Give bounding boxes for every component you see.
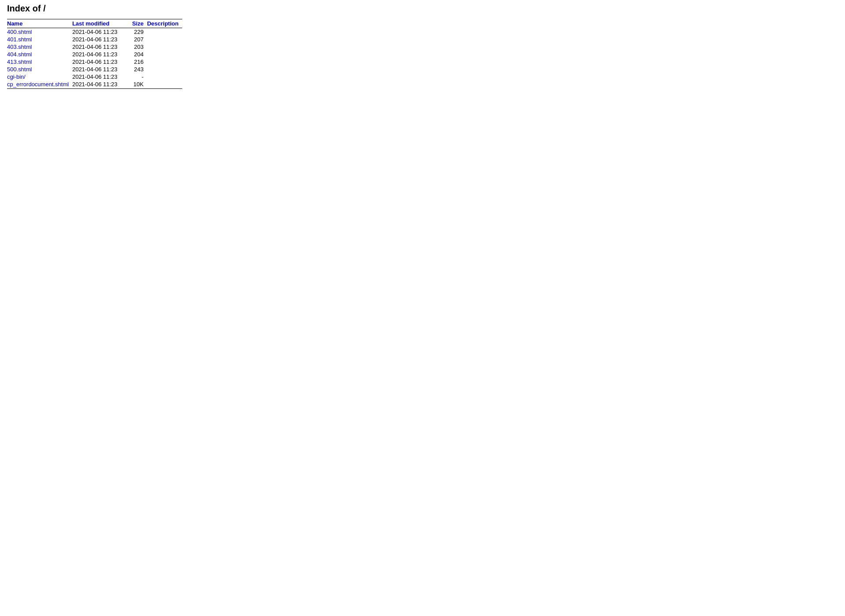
table-row: 401.shtml2021-04-06 11:23207 [7, 36, 182, 43]
table-header-row: Name Last modified Size Description [7, 19, 182, 28]
file-name-cell: 403.shtml [7, 43, 72, 51]
file-size-cell: 203 [129, 43, 147, 51]
file-description-cell [147, 66, 182, 73]
file-size-cell: 207 [129, 36, 147, 43]
file-name-cell: cp_errordocument.shtml [7, 81, 72, 89]
file-modified-cell: 2021-04-06 11:23 [72, 66, 129, 73]
file-description-cell [147, 51, 182, 58]
file-link[interactable]: cgi-bin/ [7, 73, 26, 80]
file-modified-cell: 2021-04-06 11:23 [72, 36, 129, 43]
file-link[interactable]: 401.shtml [7, 36, 32, 43]
file-name-cell: cgi-bin/ [7, 73, 72, 81]
description-sort-link[interactable]: Description [147, 20, 179, 27]
file-link[interactable]: 404.shtml [7, 51, 32, 58]
file-link[interactable]: cp_errordocument.shtml [7, 81, 69, 88]
file-link[interactable]: 500.shtml [7, 66, 32, 73]
col-header-modified[interactable]: Last modified [72, 19, 129, 28]
file-listing-table: Name Last modified Size Description 400.… [7, 19, 182, 97]
table-row: 403.shtml2021-04-06 11:23203 [7, 43, 182, 51]
col-header-description[interactable]: Description [147, 19, 182, 28]
file-name-cell: 413.shtml [7, 58, 72, 66]
file-description-cell [147, 36, 182, 43]
file-link[interactable]: 400.shtml [7, 29, 32, 35]
file-size-cell: 229 [129, 28, 147, 36]
file-name-cell: 400.shtml [7, 28, 72, 36]
file-link[interactable]: 413.shtml [7, 59, 32, 65]
file-name-cell: 404.shtml [7, 51, 72, 58]
file-modified-cell: 2021-04-06 11:23 [72, 73, 129, 81]
file-size-cell: 243 [129, 66, 147, 73]
table-row: cgi-bin/2021-04-06 11:23- [7, 73, 182, 81]
file-size-cell: 216 [129, 58, 147, 66]
page-title: Index of / [7, 4, 838, 14]
col-header-size[interactable]: Size [129, 19, 147, 28]
file-description-cell [147, 28, 182, 36]
file-size-cell: 10K [129, 81, 147, 89]
file-modified-cell: 2021-04-06 11:23 [72, 58, 129, 66]
file-size-cell: 204 [129, 51, 147, 58]
file-modified-cell: 2021-04-06 11:23 [72, 28, 129, 36]
size-sort-link[interactable]: Size [132, 20, 143, 27]
file-name-cell: 500.shtml [7, 66, 72, 73]
file-description-cell [147, 58, 182, 66]
file-link[interactable]: 403.shtml [7, 44, 32, 50]
file-size-cell: - [129, 73, 147, 81]
file-modified-cell: 2021-04-06 11:23 [72, 43, 129, 51]
file-name-cell: 401.shtml [7, 36, 72, 43]
table-row: 404.shtml2021-04-06 11:23204 [7, 51, 182, 58]
table-footer-row [7, 89, 182, 97]
file-modified-cell: 2021-04-06 11:23 [72, 81, 129, 89]
file-description-cell [147, 81, 182, 89]
file-description-cell [147, 73, 182, 81]
file-description-cell [147, 43, 182, 51]
table-row: 400.shtml2021-04-06 11:23229 [7, 28, 182, 36]
table-row: 500.shtml2021-04-06 11:23243 [7, 66, 182, 73]
table-row: 413.shtml2021-04-06 11:23216 [7, 58, 182, 66]
table-row: cp_errordocument.shtml2021-04-06 11:2310… [7, 81, 182, 89]
footer-spacer [7, 89, 182, 97]
modified-sort-link[interactable]: Last modified [72, 20, 110, 27]
name-sort-link[interactable]: Name [7, 20, 22, 27]
col-header-name[interactable]: Name [7, 19, 72, 28]
file-modified-cell: 2021-04-06 11:23 [72, 51, 129, 58]
